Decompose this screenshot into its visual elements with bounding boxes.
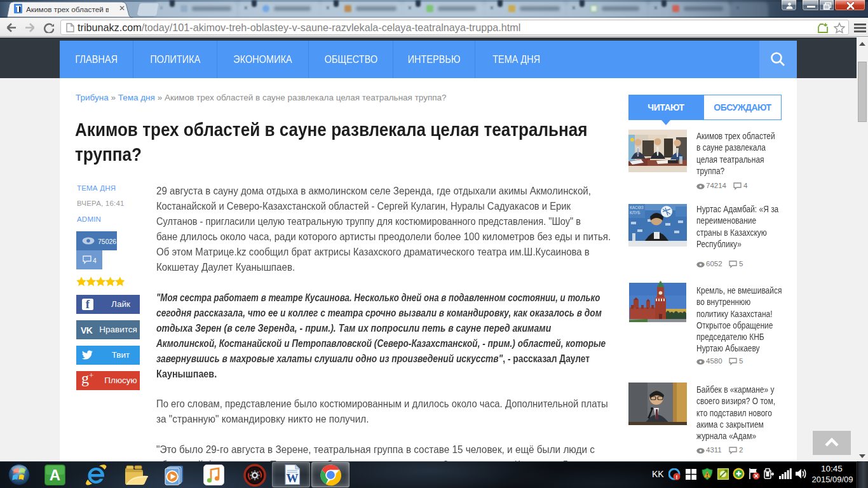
svg-text:A: A bbox=[50, 466, 60, 484]
svg-text:КЛУБ: КЛУБ bbox=[630, 210, 640, 215]
svg-text:КАСӨЗ: КАСӨЗ bbox=[630, 205, 644, 210]
svg-text:W: W bbox=[287, 471, 299, 485]
svg-text:!: ! bbox=[676, 474, 678, 480]
